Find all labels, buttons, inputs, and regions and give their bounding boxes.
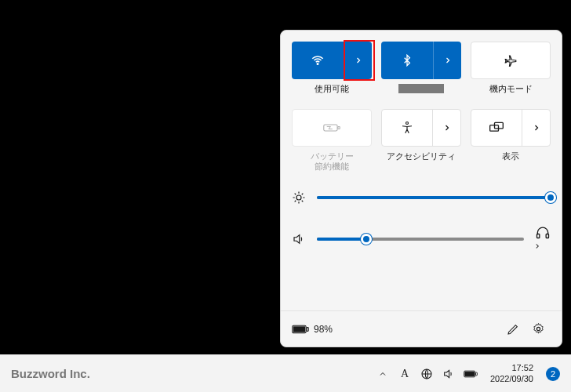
audio-output-button[interactable] (535, 225, 551, 253)
brightness-slider[interactable] (317, 196, 551, 199)
battery-saver-icon (293, 110, 371, 146)
svg-point-3 (406, 122, 409, 125)
airplane-tile[interactable] (471, 42, 551, 79)
svg-rect-16 (465, 372, 475, 376)
accessibility-expand-button[interactable] (432, 110, 460, 146)
project-tile[interactable] (471, 109, 551, 147)
airplane-icon (471, 42, 550, 78)
bluetooth-label (381, 84, 461, 104)
clock-date: 2022/09/30 (490, 374, 533, 384)
svg-rect-1 (324, 125, 337, 131)
wifi-icon (292, 42, 344, 79)
battery-status-icon[interactable]: 98% (292, 324, 333, 335)
brightness-icon (292, 191, 306, 205)
panel-footer: 98% (281, 310, 562, 347)
taskbar-clock[interactable]: 17:52 2022/09/30 (490, 363, 533, 383)
project-icon (471, 110, 522, 146)
volume-row (292, 225, 551, 253)
system-tray: A 17:52 2022/09/30 2 (376, 363, 560, 383)
svg-point-12 (536, 327, 540, 330)
airplane-label: 機内モード (471, 84, 551, 104)
brightness-row (292, 191, 551, 205)
project-label: 表示 (471, 151, 551, 172)
bluetooth-expand-button[interactable] (433, 42, 461, 79)
svg-rect-8 (546, 234, 548, 238)
svg-rect-11 (293, 326, 304, 331)
svg-point-6 (296, 195, 301, 200)
volume-slider[interactable] (317, 238, 524, 241)
accessibility-icon (382, 110, 432, 146)
svg-rect-2 (338, 126, 340, 129)
settings-button[interactable] (526, 317, 551, 342)
edit-quick-settings-button[interactable] (500, 317, 526, 342)
project-expand-button[interactable] (522, 110, 550, 146)
wifi-tile[interactable] (292, 42, 372, 79)
taskbar[interactable]: Buzzword Inc. A 17:52 2022/09/30 2 (0, 354, 571, 392)
tray-battery-icon[interactable] (464, 366, 478, 382)
speaker-icon[interactable] (292, 232, 306, 246)
svg-rect-7 (537, 234, 540, 238)
desktop-watermark: Buzzword Inc. (11, 367, 90, 380)
bluetooth-icon (381, 42, 433, 79)
accessibility-label: アクセシビリティ (381, 151, 461, 172)
wifi-expand-button[interactable] (344, 42, 372, 79)
battery-saver-label: バッテリー 節約機能 (292, 151, 372, 172)
wifi-label: 使用可能 (292, 84, 372, 104)
accessibility-tile[interactable] (381, 109, 461, 147)
quick-settings-panel: 使用可能 機内モード (280, 30, 562, 347)
tray-volume-icon[interactable] (442, 366, 456, 382)
bluetooth-tile[interactable] (381, 42, 461, 79)
clock-time: 17:52 (490, 363, 533, 373)
svg-rect-10 (307, 327, 308, 331)
ime-indicator[interactable]: A (398, 366, 412, 382)
svg-point-0 (317, 64, 318, 65)
battery-percent: 98% (314, 324, 333, 335)
notification-badge[interactable]: 2 (546, 367, 560, 381)
tray-overflow-button[interactable] (376, 366, 390, 382)
ime-mode-icon[interactable] (420, 366, 434, 382)
battery-saver-tile (292, 109, 372, 147)
svg-rect-15 (475, 372, 477, 376)
